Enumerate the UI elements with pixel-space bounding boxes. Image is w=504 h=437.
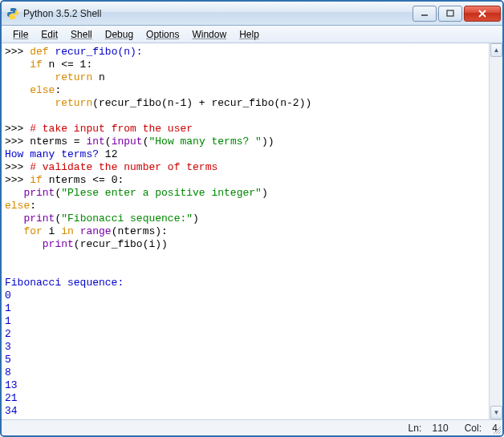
menu-shell[interactable]: Shell xyxy=(64,27,99,42)
statusbar: Ln: 110 Col: 4 xyxy=(2,419,502,435)
menu-help[interactable]: Help xyxy=(233,27,266,42)
menu-edit[interactable]: Edit xyxy=(35,27,64,42)
python-icon xyxy=(6,7,19,20)
menu-options[interactable]: Options xyxy=(140,27,185,42)
line-label: Ln: 110 xyxy=(400,423,449,434)
window-title: Python 3.5.2 Shell xyxy=(23,8,411,19)
scroll-down-button[interactable]: ▼ xyxy=(490,406,502,419)
vertical-scrollbar[interactable]: ▲ ▼ xyxy=(489,43,502,419)
shell-editor[interactable]: >>> def recur_fibo(n): if n <= 1: return… xyxy=(2,43,489,419)
menubar: File Edit Shell Debug Options Window Hel… xyxy=(2,26,502,43)
close-button[interactable] xyxy=(464,6,501,22)
maximize-button[interactable] xyxy=(438,6,462,22)
scroll-up-button[interactable]: ▲ xyxy=(490,43,502,57)
resize-grip[interactable] xyxy=(491,424,501,434)
menu-file[interactable]: File xyxy=(6,27,35,42)
minimize-button[interactable] xyxy=(413,6,437,22)
menu-window[interactable]: Window xyxy=(185,27,233,42)
titlebar[interactable]: Python 3.5.2 Shell xyxy=(2,2,502,26)
menu-debug[interactable]: Debug xyxy=(99,27,140,42)
svg-rect-1 xyxy=(447,10,453,16)
